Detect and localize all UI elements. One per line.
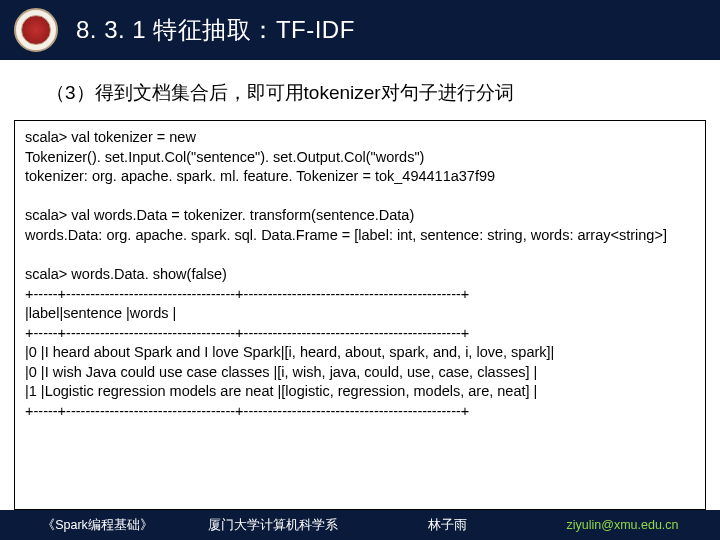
footer-email: ziyulin@xmu.edu.cn <box>535 518 710 532</box>
slide-header: 8. 3. 1 特征抽取：TF-IDF <box>0 0 720 60</box>
slide-title: 8. 3. 1 特征抽取：TF-IDF <box>76 14 355 46</box>
code-output-block: scala> val tokenizer = new Tokenizer(). … <box>14 120 706 510</box>
footer-department: 厦门大学计算机科学系 <box>185 517 360 534</box>
footer-book: 《Spark编程基础》 <box>10 517 185 534</box>
step-description: （3）得到文档集合后，即可用tokenizer对句子进行分词 <box>46 80 688 106</box>
university-logo <box>14 8 58 52</box>
subtitle-row: （3）得到文档集合后，即可用tokenizer对句子进行分词 <box>0 60 720 116</box>
slide-footer: 《Spark编程基础》 厦门大学计算机科学系 林子雨 ziyulin@xmu.e… <box>0 510 720 540</box>
footer-author: 林子雨 <box>360 517 535 534</box>
logo-seal-icon <box>21 15 51 45</box>
